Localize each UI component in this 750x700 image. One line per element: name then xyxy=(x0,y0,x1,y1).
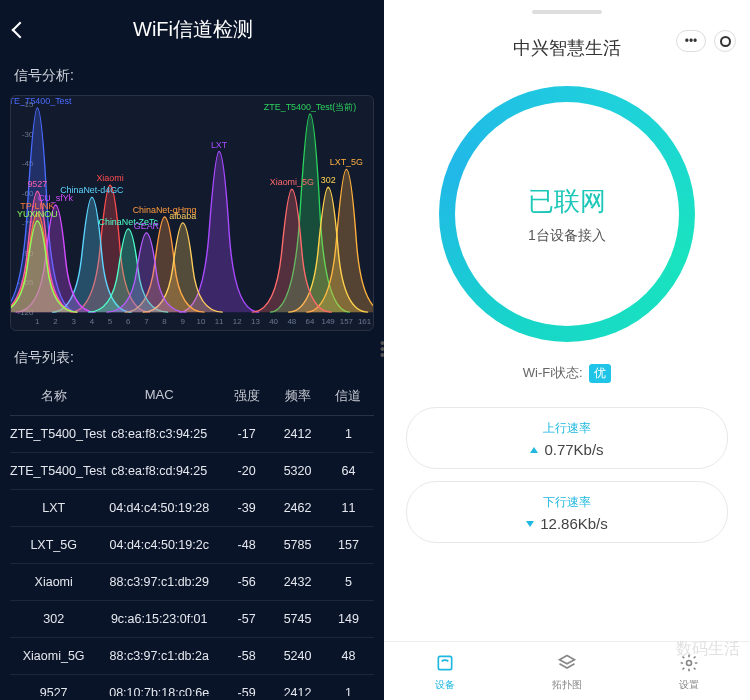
router-status-panel: 中兴智慧生活 ••• 已联网 1台设备接入 Wi-Fi状态: 优 上行速率 0.… xyxy=(384,0,750,700)
list-label: 信号列表: xyxy=(0,343,384,377)
status-ring[interactable]: 已联网 1台设备接入 xyxy=(439,86,695,342)
layers-icon xyxy=(556,652,578,674)
svg-text:1: 1 xyxy=(35,317,40,326)
back-icon[interactable] xyxy=(12,21,29,38)
svg-text:Xiaomi: Xiaomi xyxy=(96,173,123,183)
svg-text:5: 5 xyxy=(108,317,113,326)
wifi-status-row: Wi-Fi状态: 优 xyxy=(384,358,750,401)
connection-status: 已联网 xyxy=(528,184,606,219)
wifi-status-label: Wi-Fi状态: xyxy=(523,365,583,380)
table-row[interactable]: LXT_5G04:d4:c4:50:19:2c-485785157 xyxy=(10,527,374,564)
svg-text:LXT_5G: LXT_5G xyxy=(330,157,363,167)
download-value: 12.86Kb/s xyxy=(407,515,727,532)
svg-text:albaba: albaba xyxy=(169,211,196,221)
svg-text:7: 7 xyxy=(144,317,148,326)
table-row[interactable]: LXT04:d4:c4:50:19:28-39246211 xyxy=(10,490,374,527)
svg-text:ZTE_T5400_Test: ZTE_T5400_Test xyxy=(11,96,72,106)
col-name: 名称 xyxy=(10,387,97,405)
table-header: 名称 MAC 强度 频率 信道 xyxy=(10,377,374,416)
drag-handle-icon[interactable] xyxy=(532,10,602,14)
svg-text:11: 11 xyxy=(215,317,224,326)
svg-text:161: 161 xyxy=(358,317,372,326)
signal-table: 名称 MAC 强度 频率 信道 ZTE_T5400_Testc8:ea:f8:c… xyxy=(10,377,374,696)
svg-rect-43 xyxy=(438,656,451,669)
svg-text:9527: 9527 xyxy=(27,179,47,189)
nav-access[interactable]: 拓扑图 xyxy=(506,652,628,692)
col-mac: MAC xyxy=(97,387,221,405)
upload-label: 上行速率 xyxy=(407,420,727,437)
table-row[interactable]: Xiaomi88:c3:97:c1:db:29-5624325 xyxy=(10,564,374,601)
arrow-up-icon xyxy=(530,447,538,453)
arrow-down-icon xyxy=(526,521,534,527)
svg-text:YUXINOU: YUXINOU xyxy=(17,209,58,219)
svg-point-44 xyxy=(687,661,692,666)
table-row[interactable]: ZTE_T5400_Testc8:ea:f8:cd:94:25-20532064 xyxy=(10,453,374,490)
svg-text:4: 4 xyxy=(90,317,95,326)
svg-text:8: 8 xyxy=(162,317,167,326)
svg-text:2: 2 xyxy=(53,317,57,326)
wifi-channel-panel: WiFi信道检测 信号分析: -15-30-45-60-75-90-105-12… xyxy=(0,0,384,700)
svg-text:12: 12 xyxy=(233,317,242,326)
upload-value: 0.77Kb/s xyxy=(407,441,727,458)
svg-text:ZTE_T5400_Test(当前): ZTE_T5400_Test(当前) xyxy=(264,102,356,112)
svg-text:GEAR: GEAR xyxy=(134,221,160,231)
svg-text:40: 40 xyxy=(269,317,278,326)
status-ring-wrap: 已联网 1台设备接入 xyxy=(384,82,750,358)
nav-device[interactable]: 设备 xyxy=(384,652,506,692)
right-header: 中兴智慧生活 ••• xyxy=(384,30,750,82)
target-button[interactable] xyxy=(714,30,736,52)
svg-text:LXT: LXT xyxy=(211,140,228,150)
svg-text:6: 6 xyxy=(126,317,131,326)
wifi-quality-badge: 优 xyxy=(589,364,611,383)
device-icon xyxy=(434,652,456,674)
device-count: 1台设备接入 xyxy=(528,227,606,245)
left-header: WiFi信道检测 xyxy=(0,0,384,61)
svg-text:302: 302 xyxy=(321,175,336,185)
table-row[interactable]: 952708:10:7b:18:c0:6e-5924121 xyxy=(10,675,374,696)
page-title: WiFi信道检测 xyxy=(28,16,358,43)
table-row[interactable]: ZTE_T5400_Testc8:ea:f8:c3:94:25-1724121 xyxy=(10,416,374,453)
more-button[interactable]: ••• xyxy=(676,30,706,52)
svg-text:Xiaomi_5G: Xiaomi_5G xyxy=(270,177,314,187)
svg-text:149: 149 xyxy=(322,317,336,326)
app-title: 中兴智慧生活 xyxy=(513,36,621,60)
chart-svg: -15-30-45-60-75-90-105-12012345678910111… xyxy=(11,96,373,330)
svg-text:48: 48 xyxy=(287,317,296,326)
download-card[interactable]: 下行速率 12.86Kb/s xyxy=(406,481,728,543)
table-row[interactable]: 3029c:a6:15:23:0f:01-575745149 xyxy=(10,601,374,638)
svg-text:9: 9 xyxy=(181,317,186,326)
upload-card[interactable]: 上行速率 0.77Kb/s xyxy=(406,407,728,469)
svg-text:64: 64 xyxy=(306,317,315,326)
watermark: 数码生活 xyxy=(676,639,740,660)
table-row[interactable]: Xiaomi_5G88:c3:97:c1:db:2a-58524048 xyxy=(10,638,374,675)
table-body[interactable]: ZTE_T5400_Testc8:ea:f8:c3:94:25-1724121Z… xyxy=(10,416,374,696)
wifi-channel-chart: -15-30-45-60-75-90-105-12012345678910111… xyxy=(10,95,374,331)
download-label: 下行速率 xyxy=(407,494,727,511)
svg-text:157: 157 xyxy=(340,317,353,326)
svg-text:3: 3 xyxy=(71,317,76,326)
col-rssi: 强度 xyxy=(221,387,272,405)
svg-text:13: 13 xyxy=(251,317,260,326)
col-chan: 信道 xyxy=(323,387,374,405)
analysis-label: 信号分析: xyxy=(0,61,384,95)
col-freq: 频率 xyxy=(272,387,323,405)
svg-text:10: 10 xyxy=(197,317,206,326)
header-actions: ••• xyxy=(676,30,736,52)
